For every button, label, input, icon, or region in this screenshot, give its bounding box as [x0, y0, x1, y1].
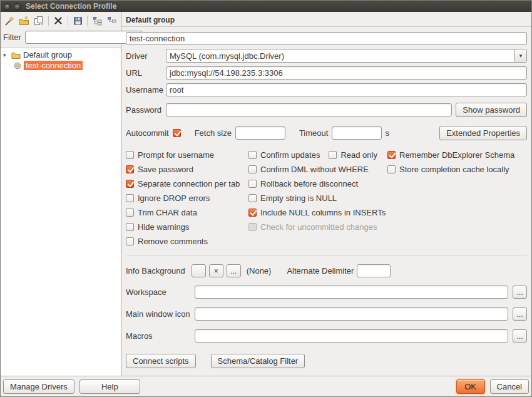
cancel-button[interactable]: Cancel: [490, 379, 529, 394]
checkbox-rollback-disconnect[interactable]: Rollback before disconnect: [248, 177, 387, 191]
profile-editor-panel: Default group Driver MySQL (com.mysql.jd…: [121, 12, 531, 376]
workspace-input[interactable]: [195, 286, 508, 299]
dropdown-arrow-icon[interactable]: ▾: [514, 49, 526, 62]
driver-label: Driver: [126, 51, 166, 61]
checkbox-icon: [248, 209, 257, 217]
tree-expander-icon[interactable]: ▾: [3, 52, 9, 58]
profile-name-row: [126, 32, 527, 45]
new-group-button[interactable]: [17, 14, 31, 28]
checkbox-hide-warnings[interactable]: Hide warnings: [126, 220, 248, 234]
collapse-groups-button[interactable]: [105, 14, 119, 28]
close-icon: ×: [6, 4, 9, 9]
fetch-size-input[interactable]: [235, 126, 285, 140]
dialog-footer: Manage Drivers Help OK Cancel: [1, 376, 531, 396]
checkbox-ignore-drop-errors[interactable]: Ignore DROP errors: [126, 191, 248, 205]
connect-scripts-button[interactable]: Connect scripts: [126, 354, 196, 368]
delete-icon: [54, 16, 63, 25]
checkbox-icon: [248, 180, 257, 188]
schema-catalog-filter-button[interactable]: Schema/Catalog Filter: [211, 354, 305, 368]
workspace-label: Workspace: [126, 287, 195, 297]
checkbox-save-password[interactable]: Save password: [126, 162, 248, 177]
profile-form: Driver MySQL (com.mysql.jdbc.Driver) ▾ U…: [121, 27, 531, 376]
scripts-row: Connect scripts Schema/Catalog Filter: [126, 354, 527, 368]
workspace-browse-button[interactable]: ...: [513, 286, 527, 299]
info-background-label: Info Background: [126, 266, 185, 276]
checkbox-completion-cache[interactable]: Store completion cache locally: [387, 162, 527, 177]
delete-profile-button[interactable]: [51, 14, 65, 28]
autocommit-row: Autocommit Fetch size Timeout s Extended…: [126, 126, 527, 140]
checkbox-icon: [248, 165, 257, 173]
macros-browse-button[interactable]: ...: [513, 329, 527, 343]
checkbox-icon: [126, 237, 134, 245]
macros-input[interactable]: [195, 329, 508, 343]
checkbox-icon: [126, 165, 134, 173]
window-title: Select Connection Profile: [26, 2, 116, 11]
expand-groups-icon: [93, 16, 103, 26]
tree-item-test-connection[interactable]: test-connection: [1, 60, 121, 71]
checkbox-prompt-username[interactable]: Prompt for username: [126, 148, 248, 162]
section-divider: [126, 255, 527, 255]
url-input[interactable]: [166, 66, 527, 80]
checkbox-icon: [329, 151, 337, 159]
autocommit-checkbox-icon: [173, 129, 181, 137]
url-row: URL: [126, 66, 527, 80]
profile-tree: ▾ Default group test-connection: [1, 48, 121, 376]
new-group-icon: [19, 16, 29, 26]
copy-profile-icon: [34, 16, 44, 26]
checkbox-remove-comments[interactable]: Remove comments: [126, 234, 248, 249]
save-icon: [73, 16, 83, 26]
checkbox-empty-string-null[interactable]: Empty string is NULL: [248, 191, 387, 205]
password-row: Password Show password: [126, 103, 527, 117]
main-window-icon-browse-button[interactable]: ...: [513, 307, 527, 321]
checkbox-trim-char-data[interactable]: Trim CHAR data: [126, 205, 248, 220]
checkbox-separate-connection[interactable]: Separate connection per tab: [126, 177, 248, 191]
manage-drivers-button[interactable]: Manage Drivers: [3, 379, 74, 394]
profile-item-icon: [14, 62, 21, 70]
alternate-delimiter-input[interactable]: [357, 264, 391, 277]
checkbox-include-null-inserts[interactable]: Include NULL columns in INSERTs: [248, 205, 387, 220]
ok-button[interactable]: OK: [456, 379, 485, 394]
checkbox-confirm-updates[interactable]: Confirm updates: [248, 148, 320, 162]
checkbox-remember-dbexplorer[interactable]: Remember DbExplorer Schema: [387, 148, 527, 162]
tree-group-label: Default group: [23, 50, 72, 59]
expand-groups-button[interactable]: [90, 14, 104, 28]
minimize-button[interactable]: –: [14, 3, 21, 10]
password-input[interactable]: [166, 103, 452, 116]
close-button[interactable]: ×: [4, 3, 11, 10]
info-background-row: Info Background × ... (None) Alternate D…: [126, 264, 527, 277]
new-profile-button[interactable]: [3, 14, 16, 28]
clear-color-button[interactable]: ×: [209, 264, 223, 277]
info-background-swatch-button[interactable]: [192, 264, 206, 277]
tree-group-default[interactable]: ▾ Default group: [1, 49, 121, 60]
username-row: Username: [126, 83, 527, 96]
url-label: URL: [126, 68, 166, 78]
help-button[interactable]: Help: [79, 379, 140, 394]
driver-select[interactable]: MySQL (com.mysql.jdbc.Driver) ▾: [166, 49, 527, 63]
checkbox-confirm-dml[interactable]: Confirm DML without WHERE: [248, 162, 387, 177]
extended-properties-button[interactable]: Extended Properties: [439, 126, 527, 140]
tree-item-label: test-connection: [24, 61, 83, 70]
checkbox-read-only[interactable]: Read only: [329, 148, 377, 162]
options-column-3: Remember DbExplorer Schema Store complet…: [387, 148, 527, 249]
main-window-icon-row: Main window icon ...: [126, 307, 527, 321]
username-input[interactable]: [166, 83, 527, 96]
options-grid: Prompt for username Save password Separa…: [126, 148, 527, 249]
collapse-groups-icon: [107, 16, 117, 26]
checkbox-icon: [126, 151, 134, 159]
pick-color-button[interactable]: ...: [227, 264, 241, 277]
timeout-suffix: s: [385, 128, 389, 138]
toolbar-separator: [68, 16, 68, 26]
main-window-icon-input[interactable]: [195, 307, 508, 321]
folder-icon: [11, 51, 21, 59]
profile-name-input[interactable]: [126, 32, 527, 45]
show-password-button[interactable]: Show password: [456, 103, 527, 117]
timeout-label: Timeout: [299, 128, 328, 138]
driver-value: MySQL (com.mysql.jdbc.Driver): [166, 51, 514, 61]
minimize-icon: –: [16, 4, 18, 9]
checkbox-autocommit[interactable]: [173, 126, 181, 140]
timeout-input[interactable]: [332, 126, 382, 140]
save-profiles-button[interactable]: [71, 14, 84, 28]
copy-profile-button[interactable]: [32, 14, 46, 28]
clear-icon: ×: [214, 267, 218, 275]
new-profile-icon: [4, 16, 15, 26]
